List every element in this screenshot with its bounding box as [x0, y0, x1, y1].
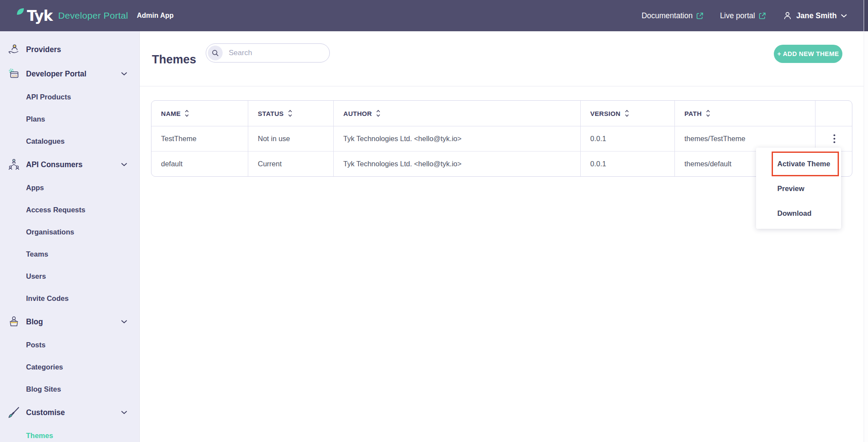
cell-name: TestTheme [151, 126, 248, 152]
sidebar-item-api-products[interactable]: API Products [0, 86, 139, 108]
sidebar-item-label: Invite Codes [26, 294, 69, 303]
live-portal-link-label: Live portal [720, 11, 755, 20]
cell-name: default [151, 152, 248, 176]
table-row: default Current Tyk Technologies Ltd. <h… [151, 152, 852, 176]
sidebar-item-access-requests[interactable]: Access Requests [0, 199, 139, 221]
sidebar-item-api-consumers[interactable]: API Consumers [0, 152, 139, 177]
sidebar-item-customise[interactable]: Customise [0, 400, 139, 425]
sidebar-item-label: Themes [26, 432, 53, 440]
admin-app-window: Tyk Developer Portal Admin App Documenta… [0, 0, 868, 442]
row-actions-kebab-icon[interactable] [829, 132, 840, 146]
sidebar-item-label: Apps [26, 184, 44, 192]
sort-icon[interactable] [184, 109, 189, 117]
blog-icon [7, 315, 20, 328]
sidebar-item-organisations[interactable]: Organisations [0, 221, 139, 243]
sidebar-item-developer-portal[interactable]: </> Developer Portal [0, 62, 139, 86]
sort-icon[interactable] [625, 109, 629, 117]
sidebar-item-posts[interactable]: Posts [0, 334, 139, 356]
column-header-author[interactable]: AUTHOR [334, 101, 581, 126]
sidebar-item-label: Catalogues [26, 137, 65, 145]
search-input[interactable] [228, 48, 321, 58]
header-divider [140, 86, 868, 86]
chevron-down-icon[interactable] [121, 320, 127, 323]
sidebar-item-providers[interactable]: Providers [0, 37, 139, 62]
add-new-theme-button[interactable]: + ADD NEW THEME [774, 45, 842, 63]
sidebar-item-plans[interactable]: Plans [0, 108, 139, 130]
menu-item-preview[interactable]: Preview [756, 176, 841, 201]
column-header-name[interactable]: NAME [151, 101, 248, 126]
sidebar-item-label: Access Requests [26, 206, 85, 214]
column-header-version[interactable]: VERSION [581, 101, 675, 126]
row-actions-menu: Activate Theme Preview Download [756, 148, 841, 229]
sidebar-item-catalogues[interactable]: Catalogues [0, 130, 139, 152]
column-header-actions [815, 101, 852, 126]
sidebar-item-apps[interactable]: Apps [0, 177, 139, 199]
sort-icon[interactable] [706, 109, 710, 117]
sidebar-navigation: Providers </> Developer Portal API Produ… [0, 31, 140, 442]
sidebar-item-teams[interactable]: Teams [0, 243, 139, 265]
documentation-link[interactable]: Documentation [641, 11, 704, 20]
sidebar-item-label: Posts [26, 341, 46, 349]
top-navigation-bar: Tyk Developer Portal Admin App Documenta… [0, 0, 868, 31]
chevron-down-icon[interactable] [121, 72, 127, 76]
user-menu[interactable]: Jane Smith [783, 11, 847, 21]
user-name: Jane Smith [796, 11, 837, 20]
svg-text:</>: </> [12, 74, 17, 78]
sidebar-item-label: Providers [26, 45, 61, 54]
sidebar-item-label: Developer Portal [26, 69, 86, 79]
sidebar-item-blog[interactable]: Blog [0, 310, 139, 334]
external-link-icon [696, 12, 704, 20]
cell-status: Not in use [248, 126, 334, 152]
sidebar-item-categories[interactable]: Categories [0, 356, 139, 378]
sidebar-item-invite-codes[interactable]: Invite Codes [0, 287, 139, 310]
topbar-actions: Documentation Live portal Jane Smith [641, 11, 847, 21]
page-scrollbar[interactable] [864, 0, 868, 442]
sidebar-item-label: Categories [26, 363, 63, 371]
developer-portal-icon: </> [7, 67, 20, 80]
sidebar-item-label: Teams [26, 250, 48, 258]
cell-author: Tyk Technologies Ltd. <hello@tyk.io> [334, 152, 581, 176]
menu-item-download[interactable]: Download [756, 201, 841, 226]
chevron-down-icon[interactable] [121, 411, 127, 414]
sidebar-item-label: Organisations [26, 228, 74, 236]
table-row: TestTheme Not in use Tyk Technologies Lt… [151, 126, 852, 152]
customise-icon [7, 406, 20, 419]
sidebar-item-label: API Consumers [26, 160, 82, 169]
cell-author: Tyk Technologies Ltd. <hello@tyk.io> [334, 126, 581, 152]
page-scrollbar-header-segment [864, 0, 868, 31]
search-icon [208, 46, 223, 60]
sidebar-item-users[interactable]: Users [0, 265, 139, 287]
providers-icon [7, 43, 20, 56]
column-header-status[interactable]: STATUS [248, 101, 334, 126]
sidebar-item-label: Users [26, 272, 46, 280]
user-icon [783, 11, 792, 21]
table-header-row: NAME STATUS [151, 101, 852, 126]
sidebar-item-label: API Products [26, 93, 71, 101]
page-title: Themes [152, 53, 196, 66]
live-portal-link[interactable]: Live portal [720, 11, 766, 20]
cell-version: 0.0.1 [581, 126, 675, 152]
sort-icon[interactable] [288, 109, 293, 117]
sidebar-item-label: Customise [26, 408, 65, 417]
tyk-leaf-icon [16, 8, 26, 17]
external-link-icon [759, 12, 766, 20]
search-bar[interactable] [206, 43, 330, 63]
documentation-link-label: Documentation [641, 11, 693, 20]
chevron-down-icon[interactable] [121, 163, 127, 166]
sidebar-item-themes[interactable]: Themes [0, 425, 139, 442]
sidebar-item-label: Plans [26, 115, 45, 123]
cell-version: 0.0.1 [581, 152, 675, 176]
column-header-path[interactable]: PATH [675, 101, 815, 126]
sort-icon[interactable] [376, 109, 381, 117]
chevron-down-icon [841, 14, 847, 18]
logo-wordmark: Tyk [27, 7, 53, 24]
admin-app-label: Admin App [137, 12, 174, 20]
cell-status: Current [248, 152, 334, 176]
tyk-logo[interactable]: Tyk Developer Portal [16, 7, 128, 24]
menu-item-activate-theme[interactable]: Activate Theme [756, 152, 841, 176]
logo-product-name: Developer Portal [58, 10, 128, 21]
api-consumers-icon [7, 158, 20, 171]
sidebar-item-label: Blog [26, 317, 43, 327]
sidebar-item-label: Blog Sites [26, 385, 61, 393]
sidebar-item-blog-sites[interactable]: Blog Sites [0, 378, 139, 400]
